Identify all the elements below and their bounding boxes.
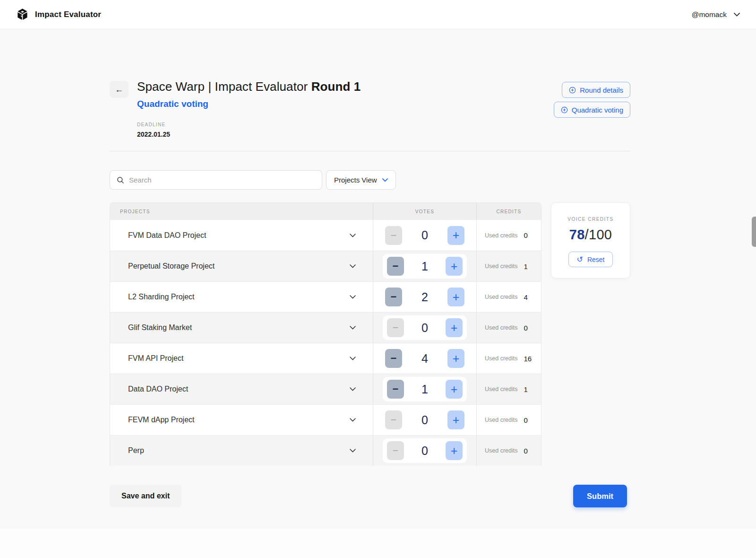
minus-icon: − [391, 353, 397, 364]
decrease-vote-button[interactable]: − [387, 380, 404, 399]
decrease-vote-button[interactable]: − [387, 441, 404, 460]
increase-vote-button[interactable]: + [447, 410, 464, 429]
expand-chevron-icon[interactable] [350, 326, 356, 330]
plus-icon: + [451, 322, 458, 334]
used-credits-label: Used credits [485, 447, 517, 454]
increase-vote-button[interactable]: + [447, 226, 464, 245]
plus-icon: + [453, 353, 460, 365]
credits-total: /100 [585, 227, 612, 242]
footer-actions: Save and exit Submit [110, 485, 627, 507]
username: @momack [692, 10, 727, 19]
vote-count: 4 [421, 352, 428, 366]
minus-icon: − [391, 415, 397, 425]
circle-plus-icon [569, 87, 576, 94]
vote-count: 0 [421, 228, 428, 242]
submit-button[interactable]: Submit [573, 485, 627, 507]
chevron-down-icon [734, 13, 740, 17]
expand-chevron-icon[interactable] [350, 387, 356, 391]
increase-vote-button[interactable]: + [447, 288, 464, 306]
table-row: FVM Data DAO Project − 0 + Used credits … [110, 220, 541, 251]
expand-chevron-icon[interactable] [350, 357, 356, 360]
chevron-down-icon [382, 178, 388, 182]
decrease-vote-button[interactable]: − [385, 288, 402, 306]
plus-icon: + [453, 414, 460, 426]
credits-used: 78 [569, 227, 585, 242]
plus-icon: + [451, 261, 458, 272]
save-and-exit-button[interactable]: Save and exit [110, 485, 181, 507]
minus-icon: − [391, 292, 397, 302]
vote-stepper: − 2 + [385, 288, 464, 306]
decrease-vote-button[interactable]: − [387, 318, 404, 337]
project-name: Perp [128, 446, 144, 455]
used-credits-label: Used credits [485, 386, 517, 392]
minus-icon: − [393, 384, 399, 394]
increase-vote-button[interactable]: + [446, 318, 463, 337]
voice-credits-card: VOICE CREDITS 78/100 ↺ Reset [551, 202, 630, 279]
quadratic-voting-button[interactable]: Quadratic voting [554, 102, 630, 118]
expand-chevron-icon[interactable] [350, 295, 356, 299]
projects-view-dropdown[interactable]: Projects View [326, 170, 396, 190]
expand-chevron-icon[interactable] [350, 234, 356, 237]
reset-button[interactable]: ↺ Reset [568, 252, 613, 267]
scrollbar-thumb[interactable] [752, 217, 756, 247]
plus-icon: + [451, 445, 458, 457]
cube-logo-icon [16, 8, 29, 21]
expand-chevron-icon[interactable] [350, 449, 356, 453]
vote-stepper: − 0 + [385, 226, 464, 245]
column-header-votes: VOTES [373, 203, 476, 220]
expand-chevron-icon[interactable] [350, 264, 356, 268]
used-credits-label: Used credits [485, 263, 517, 270]
back-button[interactable]: ← [110, 81, 129, 98]
project-name: L2 Sharding Project [128, 293, 195, 301]
vote-stepper: − 0 + [385, 410, 464, 429]
table-row: FEVM dApp Project − 0 + Used credits 0 [110, 404, 541, 435]
increase-vote-button[interactable]: + [446, 257, 463, 276]
project-name: FEVM dApp Project [128, 416, 195, 424]
column-header-projects: PROJECTS [110, 203, 373, 220]
minus-icon: − [393, 323, 399, 333]
vote-stepper: − 1 + [383, 254, 467, 279]
table-header: PROJECTS VOTES CREDITS [110, 203, 541, 220]
vote-count: 0 [421, 444, 428, 458]
app-title: Impact Evaluator [35, 10, 101, 19]
project-name: Data DAO Project [128, 385, 188, 393]
search-icon [117, 176, 124, 184]
used-credits-value: 0 [524, 231, 527, 239]
top-navbar: Impact Evaluator @momack [0, 0, 756, 29]
increase-vote-button[interactable]: + [446, 380, 463, 399]
search-input[interactable] [129, 176, 315, 184]
circle-plus-icon [561, 106, 568, 113]
reset-undo-icon: ↺ [577, 256, 583, 263]
decrease-vote-button[interactable]: − [385, 349, 402, 368]
page-header: ← Space Warp | Impact Evaluator Round 1 … [110, 79, 630, 138]
round-details-button[interactable]: Round details [562, 82, 630, 98]
increase-vote-button[interactable]: + [447, 349, 464, 368]
used-credits-value: 16 [524, 355, 532, 363]
table-row: Glif Staking Market − 0 + Used credits 0 [110, 312, 541, 343]
back-arrow-icon: ← [115, 85, 123, 95]
user-menu[interactable]: @momack [692, 10, 740, 19]
vote-stepper: − 0 + [383, 315, 467, 340]
decrease-vote-button[interactable]: − [387, 257, 404, 276]
project-name: FVM Data DAO Project [128, 231, 206, 240]
decrease-vote-button[interactable]: − [385, 410, 402, 429]
project-name: Glif Staking Market [128, 323, 192, 332]
used-credits-value: 4 [524, 293, 527, 301]
vote-count: 0 [421, 413, 428, 427]
brand: Impact Evaluator [16, 8, 101, 21]
voice-credits-value: 78/100 [569, 227, 612, 243]
decrease-vote-button[interactable]: − [385, 226, 402, 245]
expand-chevron-icon[interactable] [350, 418, 356, 422]
voting-method-subtitle: Quadratic voting [137, 99, 361, 109]
header-divider [110, 151, 630, 151]
deadline-label: DEADLINE [137, 122, 361, 127]
bottom-strip [0, 529, 756, 558]
vote-stepper: − 1 + [383, 377, 467, 401]
used-credits-value: 1 [524, 385, 527, 393]
search-box[interactable] [110, 170, 322, 190]
increase-vote-button[interactable]: + [446, 441, 463, 460]
used-credits-label: Used credits [485, 355, 517, 362]
used-credits-value: 1 [524, 262, 527, 270]
projects-table: PROJECTS VOTES CREDITS FVM Data DAO Proj… [110, 202, 541, 466]
vote-count: 2 [421, 290, 428, 304]
